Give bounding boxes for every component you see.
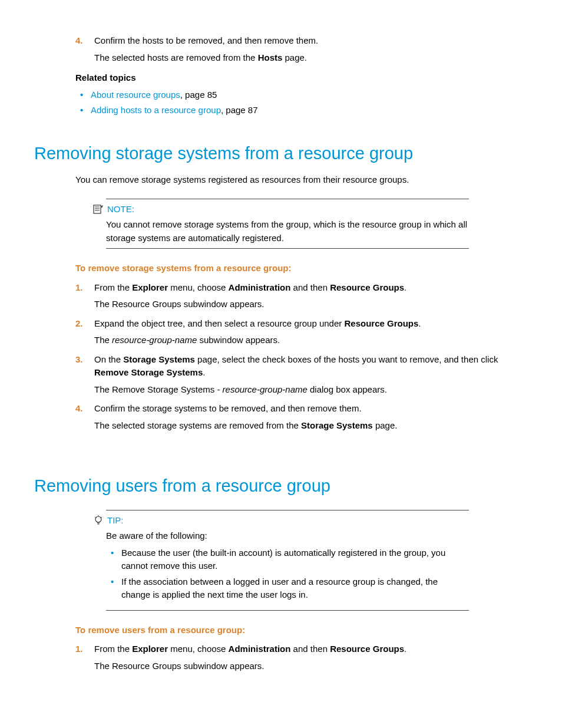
- procedure-heading: To remove users from a resource group:: [75, 624, 528, 637]
- step-2: 2. Expand the object tree, and then sele…: [75, 317, 528, 347]
- tip-label: TIP:: [107, 514, 124, 528]
- procedure-steps-2: 1. From the Explorer menu, choose Admini…: [75, 643, 528, 673]
- step-3: 3. On the Storage Systems page, select t…: [75, 353, 528, 397]
- procedure-heading: To remove storage systems from a resourc…: [75, 262, 528, 275]
- svg-point-4: [95, 516, 101, 522]
- step-sub: The Resource Groups subwindow appears.: [94, 298, 528, 311]
- related-topics-list: About resource groups, page 85 Adding ho…: [75, 88, 528, 117]
- note-icon: [93, 204, 104, 215]
- tip-body: Be aware of the following: Because the u…: [106, 529, 469, 602]
- step-number: 1.: [75, 281, 83, 295]
- step-sub: The selected hosts are removed from the …: [94, 51, 528, 65]
- step-1: 1. From the Explorer menu, choose Admini…: [75, 643, 528, 673]
- link-adding-hosts[interactable]: Adding hosts to a resource group: [91, 105, 221, 115]
- note-body: You cannot remove storage systems from t…: [106, 218, 469, 245]
- related-topics-heading: Related topics: [75, 71, 528, 85]
- step-number: 4.: [75, 34, 83, 48]
- tip-callout: TIP: Be aware of the following: Because …: [64, 510, 469, 611]
- section-intro: You can remove storage systems registere…: [75, 173, 528, 187]
- related-item: Adding hosts to a resource group, page 8…: [75, 104, 528, 117]
- step-sub: The resource-group-name subwindow appear…: [94, 334, 528, 347]
- procedure-steps-1: 1. From the Explorer menu, choose Admini…: [75, 281, 528, 433]
- note-label: NOTE:: [107, 203, 134, 216]
- heading-removing-users: Removing users from a resource group: [34, 473, 528, 499]
- tip-icon: [93, 515, 104, 526]
- step-text: Confirm the storage systems to be remove…: [94, 403, 362, 413]
- svg-line-9: [101, 517, 103, 518]
- svg-line-8: [95, 517, 96, 518]
- step-1: 1. From the Explorer menu, choose Admini…: [75, 281, 528, 311]
- tip-bullet: If the association between a logged in u…: [106, 575, 469, 602]
- related-item: About resource groups, page 85: [75, 88, 528, 102]
- tip-bullet: Because the user (the built-in account) …: [106, 546, 469, 573]
- step-4: 4. Confirm the storage systems to be rem…: [75, 402, 528, 432]
- step-4: 4. Confirm the hosts to be removed, and …: [75, 34, 528, 64]
- tip-intro: Be aware of the following:: [106, 529, 469, 543]
- step-sub: The Resource Groups subwindow appears.: [94, 660, 528, 673]
- step-sub: The Remove Storage Systems - resource-gr…: [94, 383, 528, 397]
- top-steps: 4. Confirm the hosts to be removed, and …: [75, 34, 528, 117]
- step-number: 3.: [75, 353, 83, 367]
- step-sub: The selected storage systems are removed…: [94, 419, 528, 433]
- note-callout: NOTE: You cannot remove storage systems …: [64, 199, 469, 249]
- step-number: 4.: [75, 402, 83, 416]
- heading-removing-storage-systems: Removing storage systems from a resource…: [34, 141, 528, 167]
- svg-rect-0: [94, 205, 101, 213]
- link-about-resource-groups[interactable]: About resource groups: [91, 90, 180, 100]
- step-number: 2.: [75, 317, 83, 331]
- step-text: Confirm the hosts to be removed, and the…: [94, 35, 318, 45]
- step-number: 1.: [75, 643, 83, 656]
